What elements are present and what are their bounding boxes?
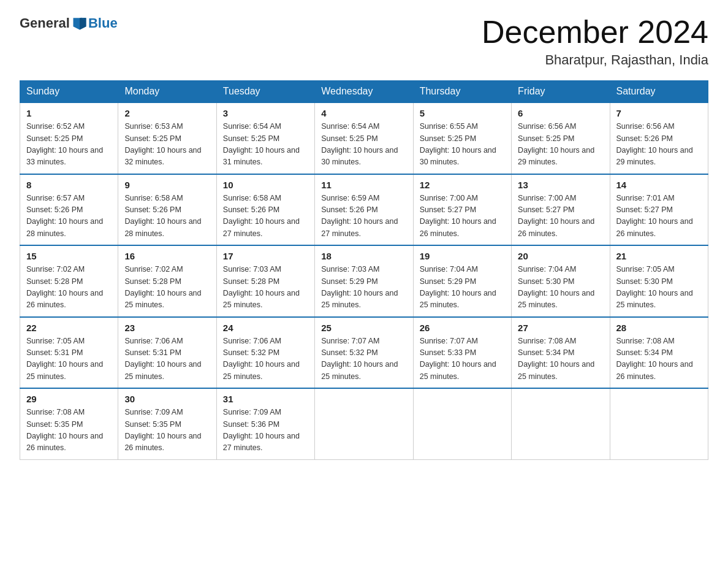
day-info: Sunrise: 7:00 AMSunset: 5:27 PMDaylight:… xyxy=(518,194,594,238)
calendar-cell: 27 Sunrise: 7:08 AMSunset: 5:34 PMDaylig… xyxy=(512,317,610,389)
week-row-1: 1 Sunrise: 6:52 AMSunset: 5:25 PMDayligh… xyxy=(20,102,708,174)
logo-icon xyxy=(71,15,88,32)
day-info: Sunrise: 7:05 AMSunset: 5:31 PMDaylight:… xyxy=(26,337,103,381)
day-info: Sunrise: 6:57 AMSunset: 5:26 PMDaylight:… xyxy=(26,194,103,238)
calendar-cell: 10 Sunrise: 6:58 AMSunset: 5:26 PMDaylig… xyxy=(216,174,314,246)
day-info: Sunrise: 7:09 AMSunset: 5:35 PMDaylight:… xyxy=(124,408,201,452)
calendar-cell: 3 Sunrise: 6:54 AMSunset: 5:25 PMDayligh… xyxy=(216,102,314,174)
day-info: Sunrise: 7:03 AMSunset: 5:28 PMDaylight:… xyxy=(223,265,300,309)
day-info: Sunrise: 6:54 AMSunset: 5:25 PMDaylight:… xyxy=(321,122,398,166)
calendar-cell: 31 Sunrise: 7:09 AMSunset: 5:36 PMDaylig… xyxy=(216,388,314,459)
day-info: Sunrise: 6:56 AMSunset: 5:26 PMDaylight:… xyxy=(616,122,693,166)
calendar-cell: 13 Sunrise: 7:00 AMSunset: 5:27 PMDaylig… xyxy=(512,174,610,246)
day-number: 3 xyxy=(223,108,308,118)
calendar-cell: 6 Sunrise: 6:56 AMSunset: 5:25 PMDayligh… xyxy=(512,102,610,174)
calendar-cell: 16 Sunrise: 7:02 AMSunset: 5:28 PMDaylig… xyxy=(118,245,216,317)
day-info: Sunrise: 6:58 AMSunset: 5:26 PMDaylight:… xyxy=(223,194,300,238)
calendar-cell: 17 Sunrise: 7:03 AMSunset: 5:28 PMDaylig… xyxy=(216,245,314,317)
day-info: Sunrise: 6:54 AMSunset: 5:25 PMDaylight:… xyxy=(223,122,300,166)
day-header-saturday: Saturday xyxy=(610,81,708,103)
week-row-3: 15 Sunrise: 7:02 AMSunset: 5:28 PMDaylig… xyxy=(20,245,708,317)
calendar-table: SundayMondayTuesdayWednesdayThursdayFrid… xyxy=(20,80,708,460)
day-info: Sunrise: 6:58 AMSunset: 5:26 PMDaylight:… xyxy=(124,194,201,238)
calendar-cell: 19 Sunrise: 7:04 AMSunset: 5:29 PMDaylig… xyxy=(413,245,511,317)
calendar-cell: 5 Sunrise: 6:55 AMSunset: 5:25 PMDayligh… xyxy=(413,102,511,174)
day-number: 6 xyxy=(518,108,603,118)
calendar-cell: 9 Sunrise: 6:58 AMSunset: 5:26 PMDayligh… xyxy=(118,174,216,246)
calendar-cell: 21 Sunrise: 7:05 AMSunset: 5:30 PMDaylig… xyxy=(610,245,708,317)
calendar-cell: 30 Sunrise: 7:09 AMSunset: 5:35 PMDaylig… xyxy=(118,388,216,459)
day-number: 1 xyxy=(26,108,112,118)
calendar-cell: 20 Sunrise: 7:04 AMSunset: 5:30 PMDaylig… xyxy=(512,245,610,317)
calendar-cell: 23 Sunrise: 7:06 AMSunset: 5:31 PMDaylig… xyxy=(118,317,216,389)
calendar-cell: 25 Sunrise: 7:07 AMSunset: 5:32 PMDaylig… xyxy=(315,317,413,389)
calendar-cell: 2 Sunrise: 6:53 AMSunset: 5:25 PMDayligh… xyxy=(118,102,216,174)
day-number: 10 xyxy=(223,180,308,190)
day-number: 24 xyxy=(223,323,308,333)
day-number: 27 xyxy=(518,323,603,333)
calendar-cell: 28 Sunrise: 7:08 AMSunset: 5:34 PMDaylig… xyxy=(610,317,708,389)
calendar-cell: 12 Sunrise: 7:00 AMSunset: 5:27 PMDaylig… xyxy=(413,174,511,246)
calendar-cell: 26 Sunrise: 7:07 AMSunset: 5:33 PMDaylig… xyxy=(413,317,511,389)
day-info: Sunrise: 7:01 AMSunset: 5:27 PMDaylight:… xyxy=(616,194,693,238)
calendar-cell xyxy=(413,388,511,459)
day-info: Sunrise: 6:59 AMSunset: 5:26 PMDaylight:… xyxy=(321,194,398,238)
day-number: 7 xyxy=(616,108,702,118)
title-area: December 2024 Bharatpur, Rajasthan, Indi… xyxy=(482,15,708,68)
calendar-title: December 2024 xyxy=(482,15,708,50)
day-info: Sunrise: 7:02 AMSunset: 5:28 PMDaylight:… xyxy=(124,265,201,309)
day-info: Sunrise: 6:55 AMSunset: 5:25 PMDaylight:… xyxy=(420,122,496,166)
logo-general-text: General xyxy=(20,15,70,31)
day-info: Sunrise: 7:08 AMSunset: 5:35 PMDaylight:… xyxy=(26,408,103,452)
day-info: Sunrise: 6:52 AMSunset: 5:25 PMDaylight:… xyxy=(26,122,103,166)
day-info: Sunrise: 7:04 AMSunset: 5:29 PMDaylight:… xyxy=(420,265,496,309)
calendar-cell: 14 Sunrise: 7:01 AMSunset: 5:27 PMDaylig… xyxy=(610,174,708,246)
day-header-wednesday: Wednesday xyxy=(315,81,413,103)
day-number: 14 xyxy=(616,180,702,190)
day-number: 19 xyxy=(420,251,505,261)
day-number: 9 xyxy=(124,180,210,190)
calendar-cell: 29 Sunrise: 7:08 AMSunset: 5:35 PMDaylig… xyxy=(20,388,118,459)
calendar-subtitle: Bharatpur, Rajasthan, India xyxy=(482,52,708,68)
day-info: Sunrise: 7:07 AMSunset: 5:32 PMDaylight:… xyxy=(321,337,398,381)
day-info: Sunrise: 7:08 AMSunset: 5:34 PMDaylight:… xyxy=(518,337,594,381)
day-info: Sunrise: 7:08 AMSunset: 5:34 PMDaylight:… xyxy=(616,337,693,381)
day-number: 11 xyxy=(321,180,406,190)
calendar-cell xyxy=(315,388,413,459)
logo-blue-text: Blue xyxy=(88,15,118,31)
day-number: 25 xyxy=(321,323,406,333)
day-number: 4 xyxy=(321,108,406,118)
calendar-cell: 18 Sunrise: 7:03 AMSunset: 5:29 PMDaylig… xyxy=(315,245,413,317)
day-info: Sunrise: 6:56 AMSunset: 5:25 PMDaylight:… xyxy=(518,122,594,166)
week-row-2: 8 Sunrise: 6:57 AMSunset: 5:26 PMDayligh… xyxy=(20,174,708,246)
day-number: 30 xyxy=(124,394,210,404)
calendar-cell: 15 Sunrise: 7:02 AMSunset: 5:28 PMDaylig… xyxy=(20,245,118,317)
day-number: 13 xyxy=(518,180,603,190)
week-row-5: 29 Sunrise: 7:08 AMSunset: 5:35 PMDaylig… xyxy=(20,388,708,459)
day-number: 29 xyxy=(26,394,112,404)
calendar-cell: 1 Sunrise: 6:52 AMSunset: 5:25 PMDayligh… xyxy=(20,102,118,174)
calendar-cell: 8 Sunrise: 6:57 AMSunset: 5:26 PMDayligh… xyxy=(20,174,118,246)
day-number: 12 xyxy=(420,180,505,190)
day-info: Sunrise: 7:03 AMSunset: 5:29 PMDaylight:… xyxy=(321,265,398,309)
calendar-cell: 11 Sunrise: 6:59 AMSunset: 5:26 PMDaylig… xyxy=(315,174,413,246)
day-number: 28 xyxy=(616,323,702,333)
day-number: 26 xyxy=(420,323,505,333)
day-info: Sunrise: 7:06 AMSunset: 5:31 PMDaylight:… xyxy=(124,337,201,381)
day-number: 22 xyxy=(26,323,112,333)
day-number: 23 xyxy=(124,323,210,333)
day-header-friday: Friday xyxy=(512,81,610,103)
calendar-cell xyxy=(512,388,610,459)
day-info: Sunrise: 7:05 AMSunset: 5:30 PMDaylight:… xyxy=(616,265,693,309)
day-number: 5 xyxy=(420,108,505,118)
day-number: 2 xyxy=(124,108,210,118)
day-number: 21 xyxy=(616,251,702,261)
day-number: 8 xyxy=(26,180,112,190)
calendar-cell: 4 Sunrise: 6:54 AMSunset: 5:25 PMDayligh… xyxy=(315,102,413,174)
page-header: General Blue December 2024 Bharatpur, Ra… xyxy=(20,15,708,68)
logo: General Blue xyxy=(20,15,118,32)
day-number: 17 xyxy=(223,251,308,261)
calendar-cell: 7 Sunrise: 6:56 AMSunset: 5:26 PMDayligh… xyxy=(610,102,708,174)
day-info: Sunrise: 7:02 AMSunset: 5:28 PMDaylight:… xyxy=(26,265,103,309)
calendar-cell xyxy=(610,388,708,459)
